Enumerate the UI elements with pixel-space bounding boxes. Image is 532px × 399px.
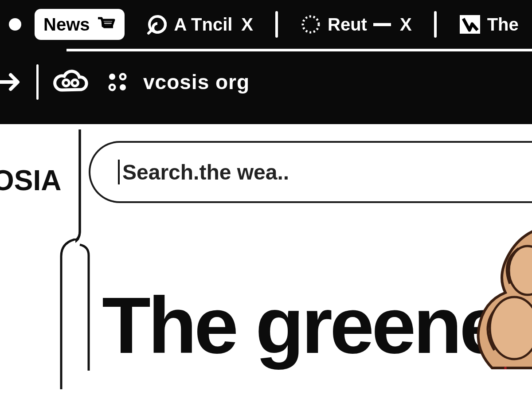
panel-divider-lower [57,239,83,399]
tab-underline [66,49,532,51]
tab-label: News [43,15,90,35]
tab-news[interactable]: News [35,9,125,40]
svg-point-2 [303,16,319,32]
swirl-icon [147,14,168,35]
tab-label: Reut [328,15,367,35]
tab-the[interactable]: The [450,9,528,40]
browser-chrome: News A Tncil X [0,0,532,124]
window-control-dot[interactable] [9,18,21,31]
tab-separator [434,11,437,38]
tab-separator [275,11,278,38]
apps-icon[interactable] [105,70,130,94]
forward-button[interactable] [0,69,23,95]
square-badge-icon [459,13,481,35]
search-container: Search.the wea.. [89,141,532,203]
svg-point-11 [490,297,532,359]
svg-point-8 [110,85,115,90]
svg-point-9 [120,84,126,90]
address-bar[interactable]: vcosis org [143,70,250,94]
tab-label: The [487,15,519,35]
text-cursor [118,160,120,184]
svg-point-4 [63,80,69,86]
search-input[interactable]: Search.the wea.. [89,141,532,203]
toolbar-row: vcosis org [0,49,532,115]
toolbar-separator [36,64,39,100]
hero-headline: The greene [102,279,501,371]
search-placeholder: Search.the wea.. [122,160,289,184]
page-content: OSIA Search.the wea.. The greene [0,124,532,399]
svg-point-6 [109,74,115,80]
tab-strip: News A Tncil X [0,0,532,49]
close-icon[interactable]: X [241,15,253,35]
dash-icon [373,23,391,26]
tab-tncil[interactable]: A Tncil X [138,9,262,40]
svg-point-5 [72,80,78,86]
svg-line-1 [149,29,153,33]
site-logo: OSIA [0,164,61,197]
dotted-circle-icon [300,14,321,35]
hero-illustration [452,222,532,372]
svg-point-12 [504,367,507,369]
tab-label: A Tncil [174,15,233,35]
svg-point-7 [120,74,125,79]
shopping-cart-icon [96,16,116,33]
cloud-icon[interactable] [52,68,92,96]
close-icon[interactable]: X [400,15,412,35]
tab-reut[interactable]: Reut X [291,9,421,40]
